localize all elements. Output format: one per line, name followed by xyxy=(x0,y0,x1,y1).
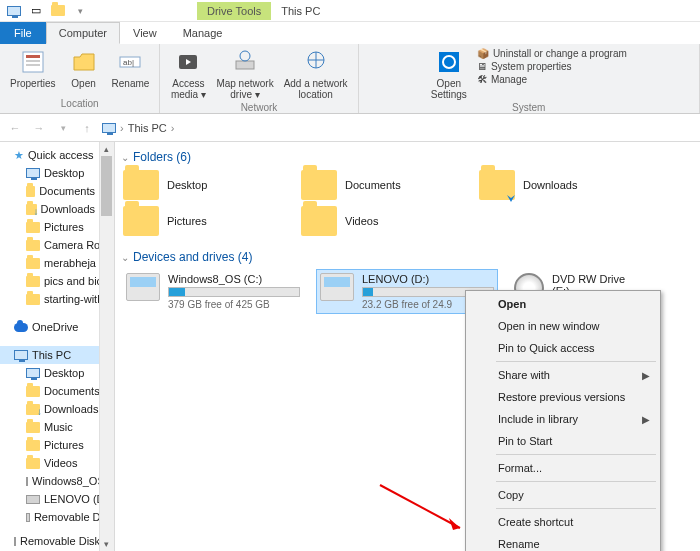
ctx-restore[interactable]: Restore previous versions xyxy=(468,386,658,408)
properties-icon xyxy=(18,48,48,76)
open-settings-button[interactable]: Open Settings xyxy=(427,46,471,102)
sidebar-item-downloads[interactable]: Downloads📌 xyxy=(0,200,114,218)
recent-dropdown[interactable]: ▾ xyxy=(54,119,72,137)
context-menu: Open Open in new window Pin to Quick acc… xyxy=(465,290,661,551)
qat-properties-icon[interactable]: ▭ xyxy=(26,2,46,20)
ctx-rename[interactable]: Rename xyxy=(468,533,658,551)
sidebar-tp-drive-c[interactable]: Windows8_OS (C:) xyxy=(0,472,114,490)
svg-rect-1 xyxy=(26,55,40,58)
ctx-format[interactable]: Format... xyxy=(468,457,658,479)
folder-desktop[interactable]: Desktop xyxy=(123,170,283,200)
add-location-button[interactable]: Add a network location xyxy=(280,46,352,102)
downloads-icon xyxy=(26,404,40,415)
forward-button[interactable]: → xyxy=(30,119,48,137)
system-properties-button[interactable]: 🖥System properties xyxy=(477,61,627,72)
qat-dropdown-icon[interactable]: ▾ xyxy=(70,2,90,20)
tab-view[interactable]: View xyxy=(120,22,170,44)
sidebar-tp-drive-d[interactable]: LENOVO (D:) xyxy=(0,490,114,508)
drive-icon xyxy=(26,495,40,504)
map-drive-icon xyxy=(230,48,260,76)
address-bar: ← → ▾ ↑ › This PC › xyxy=(0,114,700,142)
back-button[interactable]: ← xyxy=(6,119,24,137)
ribbon-group-network: Access media ▾ Map network drive ▾ Add a… xyxy=(160,44,358,113)
videos-icon xyxy=(26,458,40,469)
folder-pictures[interactable]: Pictures xyxy=(123,206,283,236)
sidebar-thispc[interactable]: This PC xyxy=(0,346,114,364)
open-button[interactable]: Open xyxy=(62,46,106,91)
pictures-icon xyxy=(26,440,40,451)
music-icon xyxy=(26,422,40,433)
folder-icon xyxy=(301,206,337,236)
up-button[interactable]: ↑ xyxy=(78,119,96,137)
tab-manage[interactable]: Manage xyxy=(170,22,236,44)
chevron-right-icon: ▶ xyxy=(642,370,650,381)
ctx-share[interactable]: Share with▶ xyxy=(468,364,658,386)
sidebar-tp-pictures[interactable]: Pictures xyxy=(0,436,114,454)
uninstall-button[interactable]: 📦Uninstall or change a program xyxy=(477,48,627,59)
separator xyxy=(496,361,656,362)
drive-icon xyxy=(26,513,30,522)
map-drive-button[interactable]: Map network drive ▾ xyxy=(212,46,277,102)
sidebar-item-merabheja[interactable]: merabheja xyxy=(0,254,114,272)
sidebar-onedrive[interactable]: OneDrive xyxy=(0,318,114,336)
access-media-button[interactable]: Access media ▾ xyxy=(166,46,210,102)
manage-icon: 🛠 xyxy=(477,74,487,85)
sidebar-tp-videos[interactable]: Videos xyxy=(0,454,114,472)
contextual-tab-label: Drive Tools xyxy=(197,2,271,20)
scroll-down-icon[interactable]: ▾ xyxy=(99,537,114,551)
drives-header[interactable]: ⌄Devices and drives (4) xyxy=(121,250,692,264)
ctx-open-new[interactable]: Open in new window xyxy=(468,315,658,337)
folder-videos[interactable]: Videos xyxy=(301,206,461,236)
sidebar-tp-documents[interactable]: Documents xyxy=(0,382,114,400)
ctx-open[interactable]: Open xyxy=(468,293,658,315)
sidebar-item-desktop[interactable]: Desktop📌 xyxy=(0,164,114,182)
folder-icon xyxy=(301,170,337,200)
sidebar-item-starting[interactable]: starting-with xyxy=(0,290,114,308)
folder-icon xyxy=(26,294,40,305)
folder-documents[interactable]: Documents xyxy=(301,170,461,200)
sidebar-tp-removable[interactable]: Removable Disk xyxy=(0,508,114,526)
sidebar-tp-music[interactable]: Music xyxy=(0,418,114,436)
folder-icon xyxy=(26,258,40,269)
sidebar-tp-downloads[interactable]: Downloads xyxy=(0,400,114,418)
scroll-thumb[interactable] xyxy=(101,156,112,216)
ribbon-group-system: Open Settings 📦Uninstall or change a pro… xyxy=(359,44,700,113)
scroll-up-icon[interactable]: ▴ xyxy=(99,142,114,156)
title-bar: ▭ ▾ Drive Tools This PC xyxy=(0,0,700,22)
monitor-icon: 🖥 xyxy=(477,61,487,72)
sidebar-item-documents[interactable]: Documents📌 xyxy=(0,182,114,200)
separator xyxy=(496,454,656,455)
folder-downloads[interactable]: Downloads xyxy=(479,170,639,200)
sidebar-quick-access[interactable]: ★Quick access xyxy=(0,146,114,164)
breadcrumb[interactable]: › This PC › xyxy=(102,122,694,134)
folder-icon xyxy=(123,206,159,236)
sidebar-scrollbar[interactable]: ▴ ▾ xyxy=(99,142,114,551)
sidebar-item-picsbio[interactable]: pics and bio xyxy=(0,272,114,290)
qat-new-folder-icon[interactable] xyxy=(48,2,68,20)
star-icon: ★ xyxy=(14,149,24,162)
folders-grid: Desktop Documents Downloads Pictures Vid… xyxy=(123,170,692,236)
tab-computer[interactable]: Computer xyxy=(46,22,120,44)
ribbon: Properties Open ab| Rename Location Acce… xyxy=(0,44,700,114)
qat-app-icon[interactable] xyxy=(4,2,24,20)
ctx-copy[interactable]: Copy xyxy=(468,484,658,506)
quick-access-toolbar: ▭ ▾ xyxy=(0,0,94,22)
ctx-pin-qa[interactable]: Pin to Quick access xyxy=(468,337,658,359)
folders-header[interactable]: ⌄Folders (6) xyxy=(121,150,692,164)
folder-icon xyxy=(26,240,40,251)
ctx-include[interactable]: Include in library▶ xyxy=(468,408,658,430)
manage-button[interactable]: 🛠Manage xyxy=(477,74,627,85)
settings-icon xyxy=(434,48,464,76)
sidebar-item-pictures[interactable]: Pictures📌 xyxy=(0,218,114,236)
downloads-icon xyxy=(26,204,37,215)
tab-file[interactable]: File xyxy=(0,22,46,44)
properties-button[interactable]: Properties xyxy=(6,46,60,91)
drive-c[interactable]: Windows8_OS (C:) 379 GB free of 425 GB xyxy=(123,270,303,313)
rename-button[interactable]: ab| Rename xyxy=(108,46,154,91)
system-commands-list: 📦Uninstall or change a program 🖥System p… xyxy=(473,46,631,87)
ctx-shortcut[interactable]: Create shortcut xyxy=(468,511,658,533)
sidebar-tp-desktop[interactable]: Desktop xyxy=(0,364,114,382)
sidebar-item-cameraroll[interactable]: Camera Roll xyxy=(0,236,114,254)
sidebar-removable2[interactable]: Removable Disk (F:) xyxy=(0,532,114,550)
ctx-pin-start[interactable]: Pin to Start xyxy=(468,430,658,452)
